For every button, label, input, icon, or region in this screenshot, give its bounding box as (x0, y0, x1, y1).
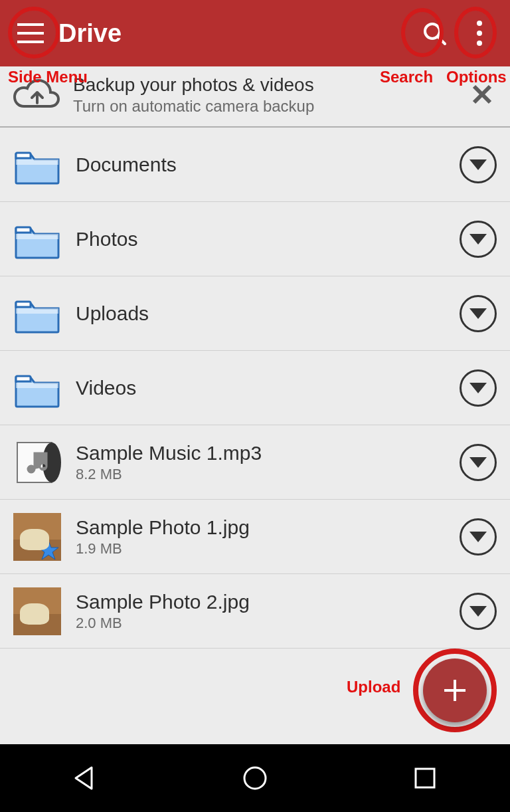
item-menu-button[interactable] (460, 221, 497, 258)
svg-rect-14 (16, 308, 58, 314)
item-labels: Sample Photo 2.jpg2.0 MB (76, 591, 460, 632)
item-labels: Photos (76, 228, 460, 251)
caret-down-icon (469, 532, 487, 542)
nav-recent-button[interactable] (405, 758, 445, 798)
caret-down-icon (469, 457, 487, 468)
app-title: Drive (58, 19, 412, 48)
item-labels: Videos (76, 377, 460, 399)
item-name: Photos (76, 228, 460, 251)
recent-square-icon (413, 766, 437, 790)
caret-down-icon (469, 308, 487, 319)
search-button[interactable] (412, 11, 457, 56)
item-subtext: 8.2 MB (76, 466, 460, 483)
svg-line-4 (438, 37, 445, 44)
item-menu-button[interactable] (460, 295, 497, 332)
item-menu-button[interactable] (460, 146, 497, 183)
close-icon (471, 84, 493, 105)
list-item[interactable]: Sample Photo 1.jpg1.9 MB (0, 500, 510, 574)
item-name: Sample Music 1.mp3 (76, 442, 460, 464)
folder-icon (13, 215, 61, 263)
image-thumbnail (13, 513, 61, 561)
app-bar: Drive (0, 0, 510, 66)
svg-marker-21 (39, 541, 58, 559)
svg-point-26 (244, 767, 266, 789)
list-item[interactable]: Documents (0, 128, 510, 202)
caret-down-icon (469, 159, 487, 170)
nav-back-button[interactable] (65, 758, 105, 798)
hamburger-icon (17, 23, 44, 43)
item-menu-button[interactable] (460, 518, 497, 556)
cloud-upload-icon (13, 78, 61, 112)
callout-upload: Upload (347, 678, 400, 696)
caret-down-icon (469, 234, 487, 245)
folder-icon (13, 141, 61, 189)
svg-marker-15 (469, 308, 487, 319)
file-list: DocumentsPhotosUploadsVideosSample Music… (0, 128, 510, 649)
nav-home-button[interactable] (235, 758, 275, 798)
item-labels: Sample Music 1.mp38.2 MB (76, 442, 460, 483)
svg-rect-10 (16, 159, 58, 165)
item-labels: Uploads (76, 302, 460, 325)
caret-down-icon (469, 606, 487, 617)
item-menu-button[interactable] (460, 369, 497, 407)
svg-rect-0 (17, 23, 44, 26)
item-menu-button[interactable] (460, 444, 497, 481)
item-subtext: 1.9 MB (76, 540, 460, 558)
image-thumbnail (13, 587, 61, 635)
folder-icon (13, 364, 61, 412)
list-item[interactable]: Videos (0, 351, 510, 425)
app-screen: Drive Side Menu Search Options Backup yo… (0, 0, 510, 812)
svg-rect-12 (16, 234, 58, 239)
backup-banner-subtitle: Turn on automatic camera backup (73, 97, 468, 116)
plus-icon (442, 677, 468, 704)
list-item[interactable]: Sample Music 1.mp38.2 MB (0, 425, 510, 500)
add-fab[interactable] (423, 659, 487, 722)
backup-banner-text: Backup your photos & videos Turn on auto… (73, 74, 468, 116)
banner-close-button[interactable] (468, 78, 497, 112)
backup-banner[interactable]: Backup your photos & videos Turn on auto… (0, 66, 510, 128)
list-item[interactable]: Photos (0, 202, 510, 276)
list-item[interactable]: Uploads (0, 276, 510, 351)
svg-rect-27 (416, 769, 434, 787)
backup-banner-title: Backup your photos & videos (73, 74, 468, 96)
item-labels: Sample Photo 1.jpg1.9 MB (76, 516, 460, 558)
menu-button[interactable] (8, 11, 53, 56)
item-subtext: 2.0 MB (76, 615, 460, 632)
audio-file-icon (13, 439, 61, 486)
svg-marker-13 (469, 234, 487, 245)
folder-icon (13, 290, 61, 338)
item-name: Uploads (76, 302, 460, 325)
svg-marker-17 (469, 383, 487, 393)
back-triangle-icon (72, 765, 98, 791)
caret-down-icon (469, 383, 487, 393)
svg-rect-1 (17, 32, 44, 35)
svg-rect-2 (17, 41, 44, 43)
item-labels: Documents (76, 153, 460, 176)
home-circle-icon (242, 765, 268, 791)
system-nav-bar (0, 744, 510, 812)
svg-point-6 (477, 31, 482, 36)
svg-rect-16 (16, 383, 58, 388)
svg-marker-11 (469, 159, 487, 170)
list-item[interactable]: Sample Photo 2.jpg2.0 MB (0, 574, 510, 649)
svg-point-7 (477, 41, 482, 46)
svg-point-5 (477, 21, 482, 26)
svg-marker-23 (469, 606, 487, 617)
item-name: Documents (76, 153, 460, 176)
options-button[interactable] (457, 11, 502, 56)
svg-marker-22 (469, 532, 487, 542)
item-name: Videos (76, 377, 460, 399)
item-name: Sample Photo 1.jpg (76, 516, 460, 539)
item-name: Sample Photo 2.jpg (76, 591, 460, 613)
search-icon (421, 20, 448, 47)
svg-marker-20 (469, 457, 487, 468)
item-menu-button[interactable] (460, 593, 497, 630)
more-vert-icon (476, 20, 483, 47)
